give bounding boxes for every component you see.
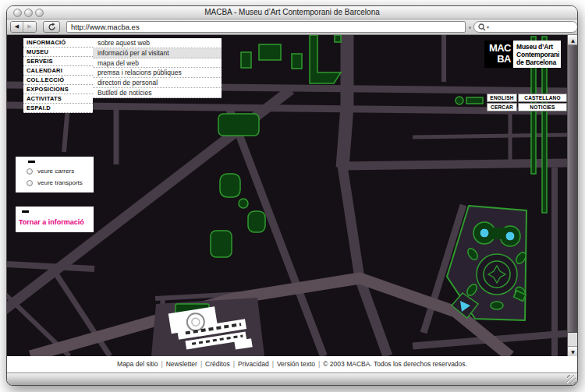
footer-link-creditos[interactable]: Créditos: [205, 360, 230, 368]
map-layers-panel: veure carrers veure transports: [16, 157, 94, 192]
refresh-button[interactable]: [43, 21, 60, 33]
footer-separator: |: [272, 360, 274, 368]
browser-window: MACBA - Museu d’Art Contemporani de Barc…: [6, 5, 578, 386]
nav-buttons: ◀ ▶: [10, 21, 37, 33]
logo-line-mac: MAC: [484, 43, 511, 54]
macba-logo-name: Museu d’Art Contemporani de Barcelona: [513, 41, 561, 68]
radio-label-carrers: veure carrers: [37, 168, 74, 175]
vertical-scrollbar: ▲ ▼: [567, 35, 577, 356]
logo-line-ba: BA: [484, 54, 511, 65]
forward-arrow-icon: ▶: [27, 23, 31, 30]
field-divider-dot: [469, 26, 471, 29]
page-content: INFORMACIÓ MUSEU SERVEIS CALENDARI COL.L…: [7, 35, 577, 356]
back-button[interactable]: ◀: [11, 22, 23, 32]
page-footer: Mapa del sitio|Newsletter|Créditos|Priva…: [7, 356, 577, 373]
back-link-panel: Tornar a informació: [16, 207, 94, 232]
utility-nav: ENGLISH CASTELLANO CERCAR NOTICIES: [487, 94, 567, 111]
footer-separator: |: [200, 360, 202, 368]
castellano-button[interactable]: CASTELLANO: [518, 94, 567, 102]
submenu-column: sobre aquest web informació per al visit…: [93, 38, 222, 113]
submenu-item-sobre[interactable]: sobre aquest web: [93, 38, 222, 48]
submenu-item-butlleti[interactable]: Butlletí de notícies: [93, 88, 222, 98]
macba-logo[interactable]: MAC BA Museu d’Art Contemporani de Barce…: [484, 41, 561, 68]
macba-logo-mark: MAC BA: [484, 41, 513, 68]
footer-copyright: © 2003 MACBA. Todos los derechos reserva…: [323, 360, 467, 368]
search-field[interactable]: ▾: [473, 21, 578, 33]
screenshot: MACBA - Museu d’Art Contemporani de Barc…: [0, 0, 585, 392]
menu-item-informacio[interactable]: INFORMACIÓ: [23, 38, 93, 48]
window-titlebar: MACBA - Museu d’Art Contemporani de Barc…: [7, 6, 577, 19]
footer-link-privacidad[interactable]: Privacidad: [238, 360, 269, 368]
footer-link-newsletter[interactable]: Newsletter: [166, 360, 197, 368]
footer-link-version[interactable]: Versión texto: [277, 360, 315, 368]
scroll-down-button[interactable]: ▼: [568, 346, 577, 356]
menu-item-calendari[interactable]: CALENDARI: [23, 66, 93, 76]
cercar-button[interactable]: CERCAR: [487, 103, 517, 111]
logo-name-line2: Contemporani: [516, 51, 561, 58]
forward-button[interactable]: ▶: [23, 22, 36, 32]
menu-item-serveis[interactable]: SERVEIS: [23, 57, 93, 66]
menu-item-activitats[interactable]: ACTIVITATS: [23, 94, 93, 104]
submenu-item-mapa[interactable]: mapa del web: [93, 58, 222, 69]
menu-item-colleccio[interactable]: COL.LECCIÓ: [23, 76, 93, 85]
collapse-dash-icon[interactable]: [28, 161, 35, 163]
radio-row-transports[interactable]: veure transports: [16, 179, 94, 186]
radio-button-icon[interactable]: [27, 180, 33, 186]
submenu-item-premsa[interactable]: premsa i relacions públiques: [93, 68, 222, 78]
submenu-item-visitant[interactable]: informació per al visitant: [93, 48, 222, 58]
logo-name-line1: Museu d’Art: [516, 43, 561, 51]
footer-link-mapa[interactable]: Mapa del sitio: [117, 360, 158, 368]
chevron-down-icon: ▾: [487, 24, 489, 30]
main-menu-column: INFORMACIÓ MUSEU SERVEIS CALENDARI COL.L…: [23, 38, 93, 113]
submenu-item-directori[interactable]: directori de personal: [93, 78, 222, 88]
minimize-button-icon[interactable]: [24, 9, 33, 17]
menu-item-exposicions[interactable]: EXPOSICIONS: [23, 85, 93, 94]
status-bar: [7, 373, 577, 385]
menu-item-museu[interactable]: MUSEU: [23, 48, 93, 57]
footer-separator: |: [318, 360, 320, 368]
browser-toolbar: ◀ ▶ ▾: [7, 19, 577, 35]
radio-button-icon[interactable]: [27, 168, 33, 175]
footer-separator: |: [161, 360, 163, 368]
resize-grip-icon[interactable]: [567, 375, 576, 383]
english-button[interactable]: ENGLISH: [487, 94, 517, 102]
refresh-icon: [48, 23, 56, 31]
window-title: MACBA - Museu d’Art Contemporani de Barc…: [204, 8, 380, 16]
menu-item-espaid[interactable]: ESPAI.D: [23, 104, 93, 113]
close-button-icon[interactable]: [13, 9, 22, 17]
footer-separator: |: [233, 360, 235, 368]
search-icon: [478, 23, 486, 31]
scroll-up-button[interactable]: ▲: [568, 35, 577, 45]
tornar-informacio-link[interactable]: Tornar a informació: [19, 218, 94, 226]
zoom-button-icon[interactable]: [35, 9, 44, 17]
noticies-button[interactable]: NOTICIES: [518, 103, 567, 111]
search-input[interactable]: [490, 23, 568, 31]
scroll-thumb[interactable]: [568, 45, 577, 333]
radio-label-transports: veure transports: [37, 179, 83, 186]
collapse-dash-icon[interactable]: [22, 210, 29, 213]
url-input[interactable]: [66, 21, 466, 33]
site-menu: INFORMACIÓ MUSEU SERVEIS CALENDARI COL.L…: [23, 38, 222, 113]
radio-row-carrers[interactable]: veure carrers: [16, 168, 94, 175]
logo-name-line3: de Barcelona: [516, 58, 561, 66]
back-arrow-icon: ◀: [15, 23, 19, 30]
